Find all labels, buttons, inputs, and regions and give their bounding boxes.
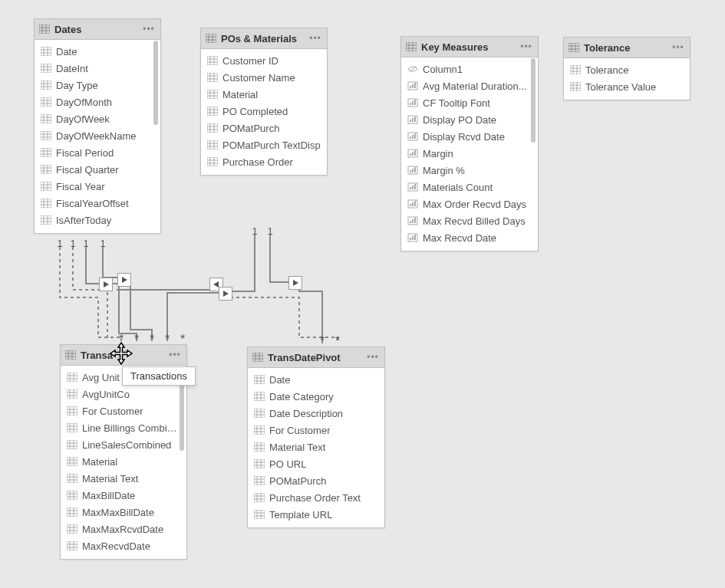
- field-row[interactable]: Tolerance: [564, 61, 690, 78]
- table-header[interactable]: POs & Materials •••: [201, 28, 327, 49]
- field-row[interactable]: MaxRecvdDate: [61, 537, 186, 554]
- field-row[interactable]: POMatPurch TextDisp: [201, 136, 327, 153]
- field-row[interactable]: CF Tooltip Font: [401, 94, 538, 111]
- field-row[interactable]: Max Order Recvd Days: [401, 195, 538, 212]
- table-menu-icon[interactable]: •••: [671, 42, 685, 53]
- svg-rect-261: [254, 476, 265, 485]
- field-row[interactable]: MaxBillDate: [61, 487, 186, 504]
- svg-rect-156: [570, 65, 581, 74]
- table-header[interactable]: Dates •••: [35, 19, 160, 40]
- table-menu-icon[interactable]: •••: [168, 350, 182, 360]
- field-row[interactable]: Day Type: [35, 77, 160, 94]
- measure-icon: [407, 81, 418, 90]
- field-row[interactable]: Date: [248, 371, 384, 388]
- field-row[interactable]: DayOfWeekName: [35, 127, 160, 144]
- field-row[interactable]: Date Category: [248, 388, 384, 405]
- svg-rect-85: [207, 107, 218, 116]
- field-row[interactable]: Display Rcvd Date: [401, 128, 538, 145]
- field-row[interactable]: Customer Name: [201, 69, 327, 86]
- field-row[interactable]: Material: [201, 86, 327, 103]
- field-row[interactable]: For Customer: [61, 402, 186, 419]
- field-row[interactable]: Material: [61, 453, 186, 470]
- table-menu-icon[interactable]: •••: [142, 24, 156, 34]
- field-row[interactable]: Customer ID: [201, 52, 327, 69]
- table-icon: [65, 350, 76, 360]
- field-label: DayOfMonth: [56, 97, 112, 108]
- field-row[interactable]: MaxMaxRcvdDate: [61, 521, 186, 537]
- field-row[interactable]: PO URL: [248, 455, 384, 472]
- scrollbar[interactable]: [531, 58, 536, 143]
- field-row[interactable]: DayOfWeek: [35, 110, 160, 127]
- field-label: Materials Count: [423, 182, 493, 193]
- field-row[interactable]: DayOfMonth: [35, 94, 160, 110]
- field-row[interactable]: Date Description: [248, 405, 384, 422]
- svg-rect-118: [414, 100, 416, 105]
- field-label: Day Type: [56, 80, 98, 91]
- field-row[interactable]: Material Text: [61, 470, 186, 487]
- field-row[interactable]: Margin %: [401, 162, 538, 179]
- field-row[interactable]: AvgUnitCo: [61, 386, 186, 402]
- field-row[interactable]: Avg Material Duration...: [401, 77, 538, 94]
- table-header[interactable]: Key Measures •••: [401, 37, 538, 57]
- field-row[interactable]: POMatPurch: [201, 120, 327, 136]
- svg-rect-221: [67, 541, 77, 550]
- svg-rect-126: [414, 133, 416, 139]
- field-row[interactable]: Material Text: [248, 439, 384, 455]
- table-transdatepivot[interactable]: TransDatePivot ••• DateDate CategoryDate…: [247, 347, 385, 528]
- model-canvas[interactable]: 1 1 1 1 1 1 * * * * * * * Dates ••• Date…: [0, 0, 725, 588]
- column-icon: [67, 474, 77, 483]
- svg-rect-129: [412, 152, 414, 156]
- column-icon: [570, 82, 581, 91]
- svg-rect-148: [410, 238, 411, 240]
- table-header[interactable]: TransDatePivot •••: [248, 347, 384, 368]
- measure-icon: [407, 132, 418, 141]
- field-row[interactable]: Fiscal Year: [35, 178, 160, 195]
- field-row[interactable]: IsAfterToday: [35, 212, 160, 228]
- field-row[interactable]: Column1: [401, 61, 538, 77]
- svg-rect-181: [67, 406, 77, 416]
- svg-rect-151: [568, 43, 579, 52]
- field-row[interactable]: LineSalesCombined: [61, 436, 186, 453]
- field-row[interactable]: PO Completed: [201, 103, 327, 120]
- column-icon: [67, 508, 77, 517]
- table-header[interactable]: Transa •••: [61, 345, 186, 366]
- field-row[interactable]: For Customer: [248, 422, 384, 439]
- field-row[interactable]: Fiscal Period: [35, 144, 160, 161]
- scrollbar[interactable]: [153, 41, 158, 125]
- cardinality-one: 1: [68, 238, 77, 249]
- measure-icon: [407, 149, 418, 158]
- field-row[interactable]: Line Billings Combined: [61, 419, 186, 436]
- field-row[interactable]: Purchase Order: [201, 153, 327, 170]
- field-label: DateInt: [56, 63, 88, 74]
- table-menu-icon[interactable]: •••: [308, 33, 322, 44]
- field-row[interactable]: Fiscal Quarter: [35, 161, 160, 178]
- table-pos-materials[interactable]: POs & Materials ••• Customer IDCustomer …: [200, 28, 328, 176]
- field-row[interactable]: Max Recvd Date: [401, 229, 538, 246]
- field-row[interactable]: Tolerance Value: [564, 78, 690, 95]
- field-row[interactable]: Display PO Date: [401, 111, 538, 128]
- field-label: Column1: [423, 64, 463, 75]
- field-row[interactable]: POMatPurch: [248, 472, 384, 489]
- field-row[interactable]: Margin: [401, 145, 538, 162]
- field-row[interactable]: Template URL: [248, 506, 384, 523]
- field-row[interactable]: Purchase Order Text: [248, 489, 384, 506]
- table-key-measures[interactable]: Key Measures ••• Column1Avg Material Dur…: [400, 36, 539, 251]
- hidden-column-icon: [407, 64, 418, 74]
- table-menu-icon[interactable]: •••: [366, 352, 380, 363]
- column-icon: [41, 97, 51, 107]
- field-row[interactable]: FiscalYearOffset: [35, 195, 160, 212]
- table-menu-icon[interactable]: •••: [519, 41, 533, 52]
- measure-icon: [407, 166, 418, 175]
- table-tolerance[interactable]: Tolerance ••• ToleranceTolerance Value: [563, 37, 690, 100]
- column-icon: [254, 476, 265, 485]
- field-row[interactable]: MaxMaxBillDate: [61, 504, 186, 521]
- table-dates[interactable]: Dates ••• DateDateIntDay TypeDayOfMonthD…: [34, 18, 161, 234]
- column-icon: [67, 406, 77, 416]
- table-header[interactable]: Tolerance •••: [564, 38, 690, 58]
- field-row[interactable]: Materials Count: [401, 179, 538, 195]
- field-row[interactable]: DateInt: [35, 60, 160, 77]
- field-row[interactable]: Date: [35, 43, 160, 60]
- field-row[interactable]: Max Recvd Billed Days: [401, 212, 538, 229]
- svg-rect-231: [254, 375, 265, 384]
- field-label: Material: [82, 456, 117, 468]
